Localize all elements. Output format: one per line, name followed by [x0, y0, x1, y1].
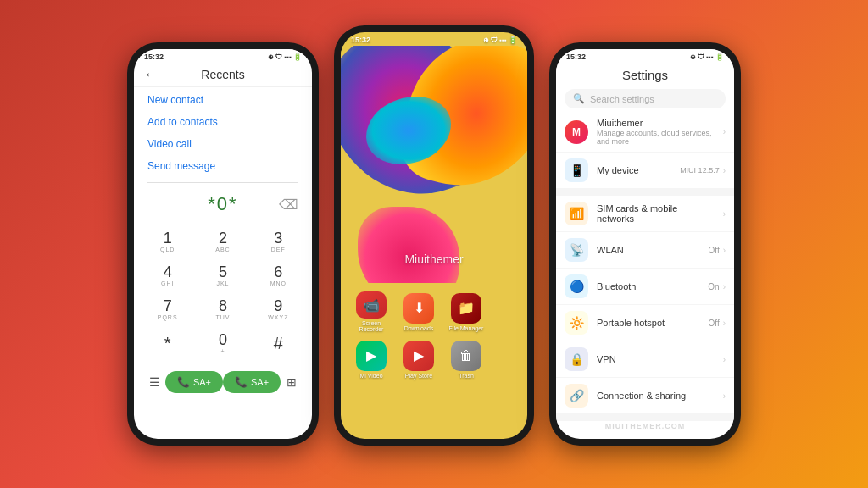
- contact-actions: New contact Add to contacts Video call S…: [134, 87, 312, 179]
- app-icon-play-store: ▶: [403, 341, 434, 371]
- sim-icon: 📶: [565, 202, 588, 225]
- key-1[interactable]: 1 QLD: [141, 225, 194, 258]
- settings-connection[interactable]: 🔗 Connection & sharing ›: [556, 378, 734, 414]
- app-row-2: ▶ Mi Video ▶ Play Store 🗑 Trash: [351, 339, 517, 380]
- vpn-label: VPN: [597, 354, 715, 364]
- my-device-text: My device: [597, 165, 671, 175]
- key-6[interactable]: 6 MNO: [252, 259, 305, 291]
- key-2[interactable]: 2 ABC: [196, 225, 249, 258]
- settings-hotspot[interactable]: 🔆 Portable hotspot Off ›: [556, 305, 734, 341]
- menu-icon[interactable]: ☰: [144, 370, 165, 394]
- app-label-mi-video: Mi Video: [359, 373, 382, 379]
- key-star[interactable]: *: [141, 327, 194, 359]
- chevron-icon-vpn: ›: [723, 355, 726, 364]
- wlan-value: Off: [709, 246, 720, 255]
- app-icon-file-manager: 📁: [451, 293, 481, 324]
- backspace-button[interactable]: ⌫: [279, 197, 298, 213]
- action-video-call[interactable]: Video call: [147, 138, 298, 150]
- settings-wlan[interactable]: 📡 WLAN Off ›: [556, 232, 734, 269]
- app-label-screen-recorder: Screen Recorder: [351, 320, 392, 332]
- chevron-icon-connection: ›: [723, 391, 726, 401]
- search-bar[interactable]: 🔍 Search settings: [565, 89, 726, 108]
- status-bar-2: 15:32 ⊕ 🛡 ▪▪▪ 🔋: [341, 32, 527, 46]
- chevron-icon-hotspot: ›: [723, 319, 726, 328]
- app-label-downloads: Downloads: [404, 325, 434, 331]
- phone-settings: 15:32 ⊕ 🛡 ▪▪▪ 🔋 Settings 🔍 Search settin…: [549, 42, 741, 446]
- dial-display: *0* ⌫: [134, 186, 312, 222]
- app-icon-trash: 🗑: [451, 341, 481, 371]
- search-placeholder: Search settings: [590, 94, 654, 104]
- key-7[interactable]: 7 PQRS: [141, 293, 194, 325]
- avatar: M: [565, 120, 588, 144]
- phone-dialer: 15:32 ⊕🛡▪▪▪🔋 ← Recents New contact Add t…: [127, 42, 319, 446]
- vpn-right: ›: [723, 355, 726, 364]
- divider-settings-1: [556, 189, 734, 196]
- settings-profile[interactable]: M Miuithemer Manage accounts, cloud serv…: [556, 112, 734, 152]
- profile-chevron: ›: [723, 127, 726, 136]
- dialer-title: Recents: [201, 68, 244, 81]
- settings-list: M Miuithemer Manage accounts, cloud serv…: [556, 112, 734, 425]
- key-4[interactable]: 4 GHI: [141, 259, 194, 291]
- settings-my-device[interactable]: 📱 My device MIUI 12.5.7 ›: [556, 152, 734, 189]
- call-label-1: SA+: [193, 377, 211, 387]
- app-icon-mi-video: ▶: [356, 341, 387, 371]
- status-icons-1: ⊕🛡▪▪▪🔋: [268, 53, 302, 61]
- contacts-icon[interactable]: ⊞: [281, 370, 302, 394]
- key-9[interactable]: 9 WXYZ: [252, 293, 305, 325]
- key-5[interactable]: 5 JKL: [196, 259, 249, 291]
- phone-icon-1: 📞: [177, 376, 190, 388]
- app-icon-screen-recorder: 📹: [356, 291, 387, 319]
- hotspot-text: Portable hotspot: [597, 318, 700, 328]
- app-file-manager[interactable]: 📁 File Manager: [446, 291, 487, 332]
- status-bar-1: 15:32 ⊕🛡▪▪▪🔋: [134, 49, 312, 63]
- settings-sim[interactable]: 📶 SIM cards & mobile networks ›: [556, 196, 734, 232]
- hotspot-icon: 🔆: [565, 311, 588, 335]
- app-trash[interactable]: 🗑 Trash: [446, 339, 487, 380]
- chevron-icon-device: ›: [723, 166, 726, 175]
- status-bar-3: 15:32 ⊕ 🛡 ▪▪▪ 🔋: [556, 49, 734, 63]
- key-3[interactable]: 3 DEF: [252, 225, 305, 258]
- app-grid: 📹 Screen Recorder ⬇ Downloads 📁 File Man…: [341, 283, 527, 388]
- key-8[interactable]: 8 TUV: [196, 293, 249, 325]
- phone-home: 15:32 ⊕ 🛡 ▪▪▪ 🔋 Miuithemer 📹 Screen Reco…: [334, 25, 534, 446]
- wlan-text: WLAN: [597, 245, 700, 255]
- watermark: MIUITHEMER.COM: [556, 422, 734, 430]
- dialer-bottom: ☰ 📞 SA+ 📞 SA+ ⊞: [134, 363, 312, 401]
- back-button[interactable]: ←: [144, 67, 158, 82]
- settings-bluetooth[interactable]: 🔵 Bluetooth On ›: [556, 269, 734, 305]
- call-button-2[interactable]: 📞 SA+: [223, 371, 281, 393]
- action-add-contacts[interactable]: Add to contacts: [147, 116, 298, 128]
- action-new-contact[interactable]: New contact: [147, 94, 298, 106]
- settings-vpn[interactable]: 🔒 VPN ›: [556, 341, 734, 378]
- status-time-3: 15:32: [566, 53, 586, 61]
- app-icon-downloads: ⬇: [403, 293, 434, 324]
- status-icons-2: ⊕ 🛡 ▪▪▪ 🔋: [483, 36, 517, 44]
- status-time-2: 15:32: [351, 36, 370, 44]
- app-row-1: 📹 Screen Recorder ⬇ Downloads 📁 File Man…: [351, 291, 517, 332]
- hotspot-right: Off ›: [709, 319, 726, 328]
- dialer-header: ← Recents: [134, 63, 312, 87]
- phone-icon-2: 📞: [235, 376, 248, 388]
- dial-number: *0*: [208, 193, 237, 215]
- bluetooth-right: On ›: [708, 282, 726, 291]
- chevron-icon-sim: ›: [723, 209, 726, 219]
- hotspot-value: Off: [709, 319, 720, 328]
- app-play-store[interactable]: ▶ Play Store: [398, 339, 439, 380]
- divider-1: [147, 182, 298, 183]
- profile-subtitle: Manage accounts, cloud services, and mor…: [597, 129, 715, 146]
- app-screen-recorder[interactable]: 📹 Screen Recorder: [351, 291, 392, 332]
- app-mi-video[interactable]: ▶ Mi Video: [351, 339, 392, 380]
- bluetooth-value: On: [708, 282, 719, 291]
- wallpaper: Miuithemer: [341, 46, 527, 283]
- app-downloads[interactable]: ⬇ Downloads: [398, 291, 439, 332]
- paint-splash-3: [358, 207, 459, 283]
- my-device-icon: 📱: [565, 158, 588, 182]
- key-hash[interactable]: #: [252, 327, 305, 359]
- hotspot-label: Portable hotspot: [597, 318, 700, 328]
- key-0[interactable]: 0 +: [196, 327, 249, 359]
- action-send-message[interactable]: Send message: [147, 160, 298, 172]
- chevron-icon-bluetooth: ›: [723, 282, 726, 291]
- call-button-1[interactable]: 📞 SA+: [165, 371, 223, 393]
- connection-label: Connection & sharing: [597, 391, 715, 401]
- miui-version: MIUI 12.5.7: [680, 166, 720, 175]
